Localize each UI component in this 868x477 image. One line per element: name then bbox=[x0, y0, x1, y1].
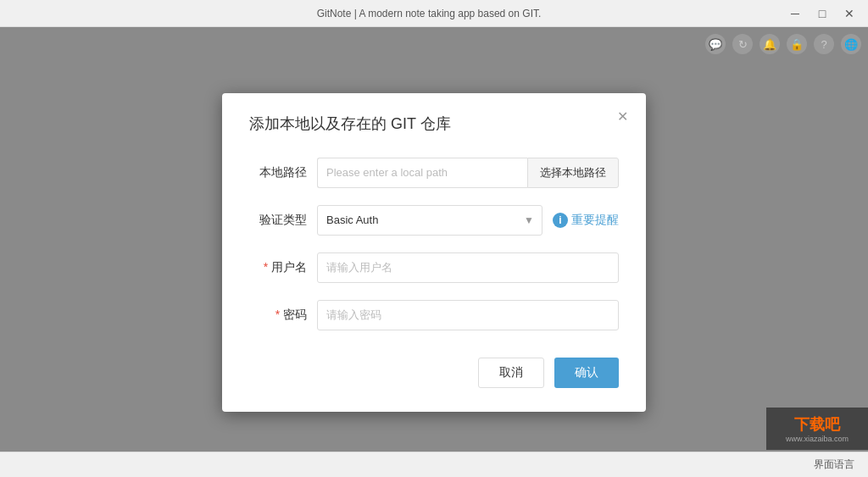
maximize-button[interactable]: □ bbox=[810, 4, 834, 23]
username-row: 用户名 bbox=[249, 252, 619, 283]
auth-type-select[interactable]: Basic Auth SSH Key Token bbox=[317, 205, 542, 236]
local-path-wrap: 选择本地路径 bbox=[317, 158, 619, 188]
password-row: 密码 bbox=[249, 300, 619, 330]
minimize-button[interactable]: ─ bbox=[783, 4, 807, 23]
dialog-title: 添加本地以及存在的 GIT 仓库 bbox=[249, 114, 619, 134]
username-input-wrap bbox=[317, 252, 619, 283]
window-controls: ─ □ ✕ bbox=[783, 4, 861, 23]
auth-select-wrap: Basic Auth SSH Key Token ▼ bbox=[317, 205, 542, 236]
language-label[interactable]: 界面语言 bbox=[814, 458, 854, 472]
password-input[interactable] bbox=[317, 300, 619, 330]
dialog-footer: 取消 确认 bbox=[249, 358, 619, 388]
app-title: GitNote | A modern note taking app based… bbox=[75, 8, 783, 19]
password-label: 密码 bbox=[249, 308, 307, 323]
bottombar: 界面语言 bbox=[0, 452, 868, 477]
cancel-button[interactable]: 取消 bbox=[478, 358, 544, 388]
dialog: 添加本地以及存在的 GIT 仓库 ✕ 本地路径 选择本地路径 验证类型 Basi… bbox=[222, 93, 646, 412]
info-icon: i bbox=[553, 213, 568, 228]
dialog-close-button[interactable]: ✕ bbox=[612, 107, 632, 127]
watermark-top: 下载吧 bbox=[794, 414, 840, 435]
auth-type-label: 验证类型 bbox=[249, 213, 307, 228]
auth-row: Basic Auth SSH Key Token ▼ i 重要提醒 bbox=[317, 205, 619, 236]
confirm-button[interactable]: 确认 bbox=[554, 358, 619, 388]
local-path-label: 本地路径 bbox=[249, 165, 307, 180]
watermark-bottom: www.xiazaiba.com bbox=[786, 435, 849, 443]
important-tip-text: 重要提醒 bbox=[571, 213, 619, 228]
titlebar: GitNote | A modern note taking app based… bbox=[0, 0, 868, 27]
browse-button[interactable]: 选择本地路径 bbox=[527, 158, 619, 188]
auth-type-row: 验证类型 Basic Auth SSH Key Token ▼ i 重要提醒 bbox=[249, 205, 619, 236]
username-label: 用户名 bbox=[249, 260, 307, 275]
username-input[interactable] bbox=[317, 252, 619, 283]
watermark: 下载吧 www.xiazaiba.com bbox=[766, 408, 868, 450]
local-path-row: 本地路径 选择本地路径 bbox=[249, 158, 619, 188]
local-path-input[interactable] bbox=[317, 158, 527, 188]
modal-overlay: 添加本地以及存在的 GIT 仓库 ✕ 本地路径 选择本地路径 验证类型 Basi… bbox=[0, 27, 868, 477]
important-tip[interactable]: i 重要提醒 bbox=[553, 213, 619, 228]
password-input-wrap bbox=[317, 300, 619, 330]
close-button[interactable]: ✕ bbox=[837, 4, 861, 23]
